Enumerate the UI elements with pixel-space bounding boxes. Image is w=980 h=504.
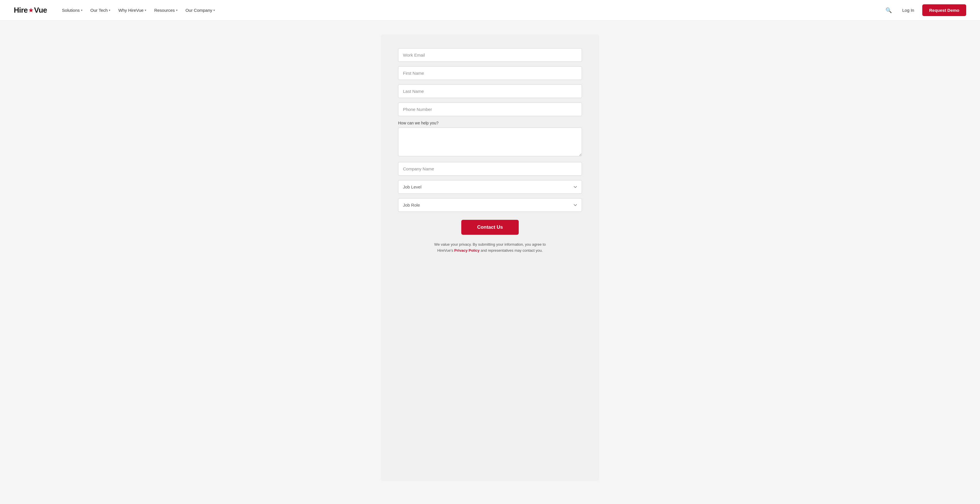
nav-label-why-hirevue: Why HireVue bbox=[118, 8, 143, 13]
phone-number-group bbox=[398, 102, 582, 116]
company-name-input[interactable] bbox=[398, 162, 582, 175]
how-can-we-help-group: How can we help you? bbox=[398, 121, 582, 158]
last-name-input[interactable] bbox=[398, 85, 582, 98]
privacy-text-3: and representatives may contact you. bbox=[480, 248, 542, 253]
header: Hire ★ Vue Solutions ▾ Our Tech ▾ Why Hi… bbox=[0, 0, 980, 21]
chevron-down-icon: ▾ bbox=[145, 9, 146, 12]
nav-label-resources: Resources bbox=[154, 8, 175, 13]
job-role-select[interactable]: Job Role Human Resources Talent Acquisit… bbox=[398, 198, 582, 212]
job-role-group: Job Role Human Resources Talent Acquisit… bbox=[398, 198, 582, 212]
work-email-group bbox=[398, 48, 582, 62]
logo-text-part1: Hire bbox=[14, 6, 28, 14]
contact-form-container: How can we help you? Job Level C-Suite V… bbox=[381, 35, 599, 481]
last-name-group bbox=[398, 85, 582, 98]
chevron-down-icon: ▾ bbox=[213, 9, 215, 12]
company-name-group bbox=[398, 162, 582, 175]
nav-item-solutions[interactable]: Solutions ▾ bbox=[59, 5, 86, 15]
contact-us-button[interactable]: Contact Us bbox=[461, 220, 519, 235]
logo-star-icon: ★ bbox=[28, 6, 34, 14]
privacy-policy-link[interactable]: Privacy Policy bbox=[454, 248, 480, 253]
how-can-we-help-textarea[interactable] bbox=[398, 128, 582, 156]
nav-label-our-company: Our Company bbox=[186, 8, 212, 13]
first-name-group bbox=[398, 66, 582, 80]
main-nav: Solutions ▾ Our Tech ▾ Why HireVue ▾ Res… bbox=[59, 5, 883, 15]
search-icon: 🔍 bbox=[886, 8, 892, 13]
chevron-down-icon: ▾ bbox=[176, 9, 178, 12]
logo-text-part2: Vue bbox=[34, 6, 47, 14]
search-button[interactable]: 🔍 bbox=[883, 5, 894, 16]
privacy-notice: We value your privacy. By submitting you… bbox=[398, 242, 582, 254]
login-button[interactable]: Log In bbox=[899, 5, 918, 15]
how-can-we-help-label: How can we help you? bbox=[398, 121, 582, 125]
chevron-down-icon: ▾ bbox=[109, 9, 110, 12]
job-level-group: Job Level C-Suite VP Director Manager In… bbox=[398, 180, 582, 194]
chevron-down-icon: ▾ bbox=[81, 9, 83, 12]
request-demo-button[interactable]: Request Demo bbox=[922, 4, 966, 16]
privacy-text-2: HireVue's bbox=[438, 248, 453, 253]
privacy-text-1: We value your privacy. By submitting you… bbox=[434, 242, 546, 247]
first-name-input[interactable] bbox=[398, 66, 582, 80]
logo[interactable]: Hire ★ Vue bbox=[14, 6, 47, 14]
nav-item-our-company[interactable]: Our Company ▾ bbox=[182, 5, 218, 15]
nav-actions: 🔍 Log In Request Demo bbox=[883, 4, 966, 16]
nav-item-our-tech[interactable]: Our Tech ▾ bbox=[87, 5, 114, 15]
nav-label-solutions: Solutions bbox=[62, 8, 80, 13]
nav-item-resources[interactable]: Resources ▾ bbox=[151, 5, 181, 15]
main-content: How can we help you? Job Level C-Suite V… bbox=[0, 21, 980, 504]
nav-label-our-tech: Our Tech bbox=[91, 8, 108, 13]
nav-item-why-hirevue[interactable]: Why HireVue ▾ bbox=[115, 5, 150, 15]
phone-number-input[interactable] bbox=[398, 102, 582, 116]
work-email-input[interactable] bbox=[398, 48, 582, 62]
job-level-select[interactable]: Job Level C-Suite VP Director Manager In… bbox=[398, 180, 582, 194]
